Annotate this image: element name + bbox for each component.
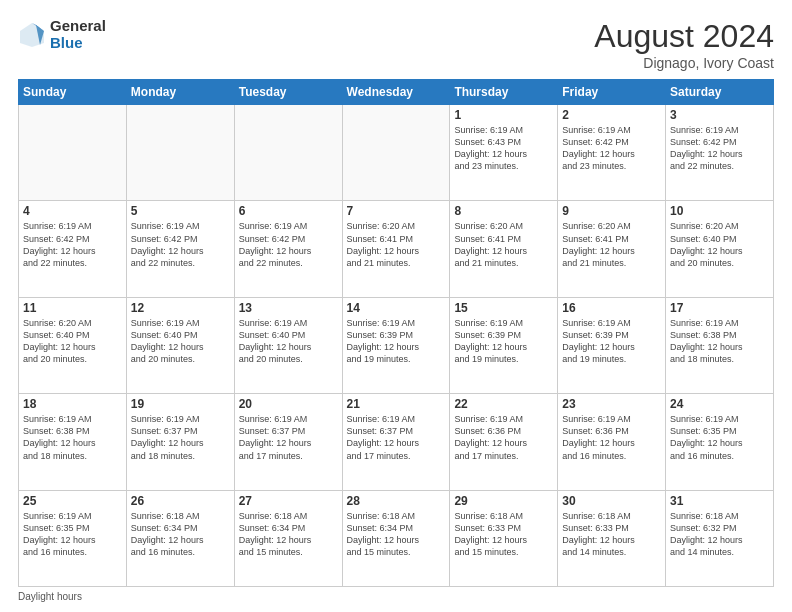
day-number: 25 <box>23 494 122 508</box>
weekday-header-thursday: Thursday <box>450 80 558 105</box>
calendar-cell: 10Sunrise: 6:20 AM Sunset: 6:40 PM Dayli… <box>666 201 774 297</box>
day-info: Sunrise: 6:19 AM Sunset: 6:39 PM Dayligh… <box>347 317 446 366</box>
calendar-cell <box>234 105 342 201</box>
calendar-cell: 20Sunrise: 6:19 AM Sunset: 6:37 PM Dayli… <box>234 394 342 490</box>
day-info: Sunrise: 6:19 AM Sunset: 6:38 PM Dayligh… <box>670 317 769 366</box>
day-info: Sunrise: 6:19 AM Sunset: 6:42 PM Dayligh… <box>562 124 661 173</box>
weekday-header-sunday: Sunday <box>19 80 127 105</box>
day-info: Sunrise: 6:18 AM Sunset: 6:33 PM Dayligh… <box>562 510 661 559</box>
weekday-header-saturday: Saturday <box>666 80 774 105</box>
title-block: August 2024 Dignago, Ivory Coast <box>594 18 774 71</box>
day-number: 23 <box>562 397 661 411</box>
day-info: Sunrise: 6:18 AM Sunset: 6:34 PM Dayligh… <box>131 510 230 559</box>
day-number: 7 <box>347 204 446 218</box>
day-number: 20 <box>239 397 338 411</box>
day-info: Sunrise: 6:18 AM Sunset: 6:34 PM Dayligh… <box>239 510 338 559</box>
day-info: Sunrise: 6:20 AM Sunset: 6:40 PM Dayligh… <box>670 220 769 269</box>
day-info: Sunrise: 6:18 AM Sunset: 6:33 PM Dayligh… <box>454 510 553 559</box>
calendar-cell: 16Sunrise: 6:19 AM Sunset: 6:39 PM Dayli… <box>558 297 666 393</box>
day-number: 15 <box>454 301 553 315</box>
month-year: August 2024 <box>594 18 774 55</box>
day-number: 6 <box>239 204 338 218</box>
day-number: 11 <box>23 301 122 315</box>
day-info: Sunrise: 6:20 AM Sunset: 6:40 PM Dayligh… <box>23 317 122 366</box>
calendar-cell: 2Sunrise: 6:19 AM Sunset: 6:42 PM Daylig… <box>558 105 666 201</box>
day-number: 24 <box>670 397 769 411</box>
calendar-cell: 31Sunrise: 6:18 AM Sunset: 6:32 PM Dayli… <box>666 490 774 586</box>
day-info: Sunrise: 6:19 AM Sunset: 6:35 PM Dayligh… <box>670 413 769 462</box>
day-info: Sunrise: 6:19 AM Sunset: 6:42 PM Dayligh… <box>670 124 769 173</box>
calendar-cell: 23Sunrise: 6:19 AM Sunset: 6:36 PM Dayli… <box>558 394 666 490</box>
calendar-cell: 3Sunrise: 6:19 AM Sunset: 6:42 PM Daylig… <box>666 105 774 201</box>
day-number: 26 <box>131 494 230 508</box>
day-info: Sunrise: 6:20 AM Sunset: 6:41 PM Dayligh… <box>562 220 661 269</box>
calendar-cell: 21Sunrise: 6:19 AM Sunset: 6:37 PM Dayli… <box>342 394 450 490</box>
calendar-week-row: 1Sunrise: 6:19 AM Sunset: 6:43 PM Daylig… <box>19 105 774 201</box>
day-number: 4 <box>23 204 122 218</box>
day-number: 14 <box>347 301 446 315</box>
day-number: 28 <box>347 494 446 508</box>
calendar-week-row: 4Sunrise: 6:19 AM Sunset: 6:42 PM Daylig… <box>19 201 774 297</box>
day-number: 30 <box>562 494 661 508</box>
page: General Blue August 2024 Dignago, Ivory … <box>0 0 792 612</box>
day-info: Sunrise: 6:18 AM Sunset: 6:32 PM Dayligh… <box>670 510 769 559</box>
calendar-cell <box>126 105 234 201</box>
day-info: Sunrise: 6:19 AM Sunset: 6:35 PM Dayligh… <box>23 510 122 559</box>
calendar-cell: 12Sunrise: 6:19 AM Sunset: 6:40 PM Dayli… <box>126 297 234 393</box>
calendar-cell: 13Sunrise: 6:19 AM Sunset: 6:40 PM Dayli… <box>234 297 342 393</box>
calendar-cell: 5Sunrise: 6:19 AM Sunset: 6:42 PM Daylig… <box>126 201 234 297</box>
day-info: Sunrise: 6:19 AM Sunset: 6:37 PM Dayligh… <box>239 413 338 462</box>
day-info: Sunrise: 6:19 AM Sunset: 6:42 PM Dayligh… <box>239 220 338 269</box>
day-number: 9 <box>562 204 661 218</box>
calendar-cell: 7Sunrise: 6:20 AM Sunset: 6:41 PM Daylig… <box>342 201 450 297</box>
calendar-cell: 18Sunrise: 6:19 AM Sunset: 6:38 PM Dayli… <box>19 394 127 490</box>
calendar-cell: 11Sunrise: 6:20 AM Sunset: 6:40 PM Dayli… <box>19 297 127 393</box>
day-info: Sunrise: 6:19 AM Sunset: 6:40 PM Dayligh… <box>239 317 338 366</box>
footer-daylight: Daylight hours <box>18 591 774 602</box>
logo-general: General <box>50 18 106 35</box>
day-number: 18 <box>23 397 122 411</box>
day-info: Sunrise: 6:19 AM Sunset: 6:36 PM Dayligh… <box>454 413 553 462</box>
calendar-table: SundayMondayTuesdayWednesdayThursdayFrid… <box>18 79 774 587</box>
calendar-cell: 4Sunrise: 6:19 AM Sunset: 6:42 PM Daylig… <box>19 201 127 297</box>
day-info: Sunrise: 6:19 AM Sunset: 6:37 PM Dayligh… <box>131 413 230 462</box>
day-info: Sunrise: 6:19 AM Sunset: 6:39 PM Dayligh… <box>454 317 553 366</box>
day-info: Sunrise: 6:20 AM Sunset: 6:41 PM Dayligh… <box>454 220 553 269</box>
day-info: Sunrise: 6:19 AM Sunset: 6:42 PM Dayligh… <box>131 220 230 269</box>
calendar-cell: 27Sunrise: 6:18 AM Sunset: 6:34 PM Dayli… <box>234 490 342 586</box>
calendar-week-row: 25Sunrise: 6:19 AM Sunset: 6:35 PM Dayli… <box>19 490 774 586</box>
day-number: 10 <box>670 204 769 218</box>
day-number: 17 <box>670 301 769 315</box>
calendar-cell: 1Sunrise: 6:19 AM Sunset: 6:43 PM Daylig… <box>450 105 558 201</box>
day-info: Sunrise: 6:18 AM Sunset: 6:34 PM Dayligh… <box>347 510 446 559</box>
weekday-header-wednesday: Wednesday <box>342 80 450 105</box>
day-number: 22 <box>454 397 553 411</box>
day-number: 12 <box>131 301 230 315</box>
header: General Blue August 2024 Dignago, Ivory … <box>18 18 774 71</box>
day-number: 29 <box>454 494 553 508</box>
generalblue-icon <box>18 21 46 49</box>
calendar-cell: 28Sunrise: 6:18 AM Sunset: 6:34 PM Dayli… <box>342 490 450 586</box>
calendar-cell: 14Sunrise: 6:19 AM Sunset: 6:39 PM Dayli… <box>342 297 450 393</box>
calendar-cell: 8Sunrise: 6:20 AM Sunset: 6:41 PM Daylig… <box>450 201 558 297</box>
calendar-cell: 24Sunrise: 6:19 AM Sunset: 6:35 PM Dayli… <box>666 394 774 490</box>
day-info: Sunrise: 6:19 AM Sunset: 6:43 PM Dayligh… <box>454 124 553 173</box>
calendar-cell <box>342 105 450 201</box>
weekday-header-tuesday: Tuesday <box>234 80 342 105</box>
daylight-label: Daylight hours <box>18 591 82 602</box>
day-number: 3 <box>670 108 769 122</box>
calendar-cell: 22Sunrise: 6:19 AM Sunset: 6:36 PM Dayli… <box>450 394 558 490</box>
day-number: 13 <box>239 301 338 315</box>
day-info: Sunrise: 6:19 AM Sunset: 6:38 PM Dayligh… <box>23 413 122 462</box>
day-number: 1 <box>454 108 553 122</box>
day-number: 27 <box>239 494 338 508</box>
day-info: Sunrise: 6:20 AM Sunset: 6:41 PM Dayligh… <box>347 220 446 269</box>
day-info: Sunrise: 6:19 AM Sunset: 6:42 PM Dayligh… <box>23 220 122 269</box>
logo-text: General Blue <box>50 18 106 51</box>
calendar-cell: 25Sunrise: 6:19 AM Sunset: 6:35 PM Dayli… <box>19 490 127 586</box>
calendar-week-row: 18Sunrise: 6:19 AM Sunset: 6:38 PM Dayli… <box>19 394 774 490</box>
location: Dignago, Ivory Coast <box>594 55 774 71</box>
weekday-header-monday: Monday <box>126 80 234 105</box>
calendar-cell: 9Sunrise: 6:20 AM Sunset: 6:41 PM Daylig… <box>558 201 666 297</box>
day-info: Sunrise: 6:19 AM Sunset: 6:40 PM Dayligh… <box>131 317 230 366</box>
